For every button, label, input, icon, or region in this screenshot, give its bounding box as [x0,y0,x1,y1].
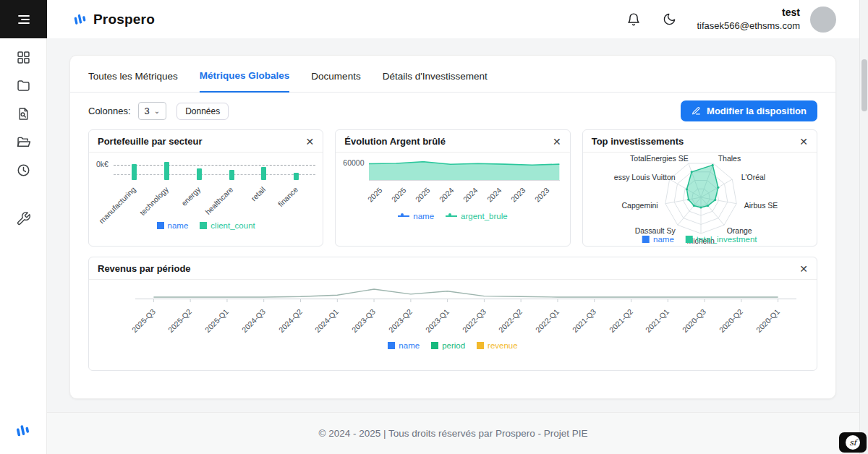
tab-details-investissement[interactable]: Détails d'Investissement [383,70,488,92]
x-axis-tick: 2020-Q2 [723,303,760,340]
legend-item[interactable]: name [642,235,674,244]
wrench-icon [16,211,31,226]
radar-axis-label: Dassault Sy [635,226,676,235]
folder-open-icon [16,134,31,150]
sidebar-item-dashboard[interactable] [10,48,36,66]
y-axis-tick: 0k€ [96,160,109,168]
legend-square-icon [157,222,164,229]
legend-square-icon [431,342,438,349]
sidebar-item-tools[interactable] [10,210,36,227]
x-axis-label: 2023 [509,186,527,204]
brand-name: Prospero [93,12,155,27]
x-axis-tick: 2025-Q2 [172,303,209,340]
x-axis-tick: 2021-Q3 [576,303,613,340]
avatar[interactable] [810,7,836,33]
sidebar-brand-logo[interactable] [14,422,32,442]
tab-toutes-les-metriques[interactable]: Toutes les Métriques [88,70,178,92]
widget-top-investissements: Top investissements ✕ Thales L'Oréal Air… [582,129,817,247]
legend-item[interactable]: argent_brule [446,212,508,220]
bar-series [118,161,312,180]
sidebar-item-open-projects[interactable] [10,133,36,150]
bar [229,170,234,180]
legend-label: argent_brule [461,212,508,220]
legend-label: revenue [488,341,518,350]
prospero-logo-icon [72,12,88,27]
x-axis-label: 2023 [532,186,550,204]
columns-label: Colonnes: [88,106,131,116]
dashboard-grid-icon [16,50,31,65]
legend-label: name [399,341,420,350]
scrollbar-thumb[interactable] [861,59,867,111]
bar [164,162,169,180]
x-axis-labels: manufacturingtechnologyenergyhealthcarer… [118,181,312,221]
tab-documents[interactable]: Documents [311,70,360,92]
toolbar: Colonnes: 3 ⌄ Données Modifier la dispos… [70,93,835,128]
header-actions: test tifasek566@ethsms.com [626,6,836,32]
notifications-button[interactable] [626,12,641,27]
widget-title: Revenus par période [98,263,191,274]
page-scrollbar[interactable] [859,0,868,454]
close-widget-button[interactable]: ✕ [799,137,808,147]
sidebar-item-document-search[interactable] [10,105,36,122]
sidebar-item-history[interactable] [10,161,36,179]
brand[interactable]: Prospero [72,12,155,27]
x-axis-tick: 2020-Q3 [686,303,723,340]
close-widget-button[interactable]: ✕ [553,137,561,147]
close-widget-button[interactable]: ✕ [306,137,315,147]
x-axis-tick: healthcare [216,181,248,221]
sidebar-collapse-button[interactable] [0,0,47,38]
widget-title: Portefeuille par secteur [98,136,203,147]
close-widget-button[interactable]: ✕ [799,264,808,274]
x-axis-label: retail [250,185,268,203]
line-chart [135,286,796,303]
dark-mode-toggle[interactable] [663,12,676,26]
legend-item[interactable]: name [398,212,434,220]
x-axis-label: 2025-Q3 [129,307,156,334]
widget-header: Évolution Argent brûlé ✕ [336,130,569,153]
tab-metriques-globales[interactable]: Métriques Globales [200,70,290,93]
radar-axis-label: Thales [718,154,741,163]
legend-label: name [168,221,189,230]
x-axis-tick: technology [150,181,183,221]
widget-header: Portefeuille par secteur ✕ [89,130,323,153]
pencil-icon [692,106,701,116]
copyright-text: © 2024 - 2025 | Tous droits réservés par… [319,428,588,439]
sidebar [0,0,47,454]
legend-item[interactable]: client_count [200,221,255,230]
bar [261,167,266,180]
legend-item[interactable]: name [157,221,189,230]
area-chart-plot: 60000 [369,161,559,181]
x-axis-labels: 2025-Q32025-Q22025-Q12024-Q32024-Q22024-… [135,303,796,340]
x-axis-label: finance [276,185,299,208]
sidebar-item-folders[interactable] [10,77,36,94]
radar-axis-label: L'Oréal [741,173,766,181]
legend-dot [401,213,404,216]
legend-item[interactable]: period [431,341,465,350]
legend-label: name [413,212,434,220]
file-search-icon [16,106,31,121]
x-axis-tick: 2024-Q2 [282,303,319,340]
legend-square-icon [388,342,395,349]
legend-item[interactable]: revenue [477,341,518,350]
columns-select[interactable]: 3 ⌄ [138,102,167,120]
edit-layout-button[interactable]: Modifier la disposition [681,100,817,121]
folder-icon [16,78,31,93]
x-axis-tick: 2023 [512,181,536,212]
user-name: test [697,6,800,20]
legend-line-icon [398,215,409,217]
x-axis-label: 2024 [461,186,480,204]
widget-evolution-argent-brule: Évolution Argent brûlé ✕ 60000 202520252… [335,129,570,247]
chart-legend: nameperiodrevenue [89,341,817,350]
bar [132,164,137,180]
x-axis-tick: finance [280,181,312,221]
moon-icon [663,12,676,26]
symfony-debug-badge[interactable]: sf [839,432,867,453]
x-axis-tick: 2022-Q1 [540,303,576,340]
tab-bar: Toutes les Métriques Métriques Globales … [70,56,835,93]
x-axis-tick: 2022-Q3 [466,303,503,340]
bar [197,168,202,180]
x-axis-label: 2025 [414,186,432,204]
donnees-button[interactable]: Données [176,103,229,120]
legend-item[interactable]: total_investment [686,235,757,244]
legend-item[interactable]: name [388,341,420,350]
